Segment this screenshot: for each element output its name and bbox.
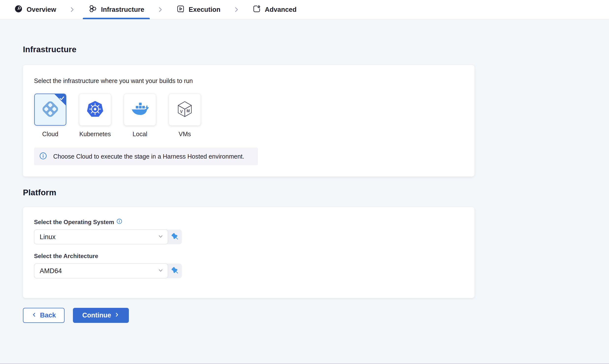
chevron-right-separator-icon [233,6,240,13]
tab-label: Execution [189,6,220,14]
infra-tile-vms[interactable]: V M [169,94,201,126]
architecture-label: Select the Architecture [34,253,463,260]
infra-option-vms: V M VMs [169,94,201,138]
back-button[interactable]: Back [23,308,65,323]
tab-infrastructure[interactable]: Infrastructure [83,0,150,19]
chevron-left-icon [32,312,37,319]
stage-config-content: Infrastructure Select the infrastructure… [0,45,609,298]
tab-execution[interactable]: Execution [171,0,226,19]
chevron-right-icon [114,312,119,319]
architecture-select-group: AMD64 [34,264,182,278]
architecture-value: AMD64 [40,267,62,275]
cloud-info-callout: Choose Cloud to execute the stage in a H… [34,148,258,165]
infrastructure-card: Select the infrastructure where you want… [23,65,474,177]
architecture-select[interactable]: AMD64 [34,264,168,278]
infrastructure-section-heading: Infrastructure [23,45,609,54]
infra-tile-kubernetes[interactable] [79,94,111,126]
platform-section-heading: Platform [23,188,609,197]
execution-icon [176,5,185,15]
field-label-text: Select the Architecture [34,253,98,260]
infra-tile-label: Cloud [42,131,58,138]
harness-cloud-icon [39,98,61,121]
info-icon[interactable] [117,218,122,226]
wizard-footer-actions: Back Continue [23,308,609,323]
chevron-down-icon [157,267,164,275]
tab-advanced[interactable]: Advanced [247,0,302,19]
infra-option-kubernetes: Kubernetes [79,94,111,138]
fixed-value-pin-button[interactable] [168,264,182,278]
operating-system-select-group: Linux [34,230,182,244]
chevron-down-icon [157,233,164,241]
tab-label: Overview [27,6,56,14]
info-icon [39,152,47,161]
operating-system-select[interactable]: Linux [34,230,168,244]
infra-option-local: Local [124,94,156,138]
vm-cube-icon: V M [175,99,194,120]
svg-text:M: M [186,109,190,113]
platform-card: Select the Operating System Linux [23,207,474,298]
back-button-label: Back [40,312,56,319]
infrastructure-prompt: Select the infrastructure where you want… [34,77,463,84]
pin-icon [171,267,178,275]
stage-overview-icon [14,5,23,15]
operating-system-label: Select the Operating System [34,218,463,226]
active-tab-indicator [83,18,150,19]
infra-option-cloud: Cloud [34,94,67,138]
kubernetes-icon [85,99,105,120]
architecture-field: Select the Architecture AMD64 [34,253,463,278]
infra-tile-label: Kubernetes [79,131,111,138]
infra-tile-label: VMs [179,131,191,138]
advanced-icon [253,5,261,15]
infra-tile-local[interactable] [124,94,156,126]
chevron-right-separator-icon [69,6,75,13]
chevron-right-separator-icon [157,6,164,13]
stage-wizard-tabbar: Overview Infrastructure [0,0,609,19]
operating-system-field: Select the Operating System Linux [34,218,463,244]
infrastructure-options: Cloud [34,94,463,138]
tab-label: Advanced [265,6,297,14]
cloud-info-message: Choose Cloud to execute the stage in a H… [53,153,244,160]
svg-text:V: V [180,110,183,114]
fixed-value-pin-button[interactable] [168,230,182,244]
tab-label: Infrastructure [101,6,144,14]
field-label-text: Select the Operating System [34,219,114,226]
docker-icon [130,99,150,120]
operating-system-value: Linux [40,233,56,241]
infra-tile-label: Local [133,131,147,138]
tab-overview[interactable]: Overview [9,0,62,19]
continue-button[interactable]: Continue [73,308,129,323]
continue-button-label: Continue [82,312,111,319]
infra-tile-cloud[interactable] [34,94,66,126]
infrastructure-icon [88,4,97,15]
pin-icon [171,233,178,241]
